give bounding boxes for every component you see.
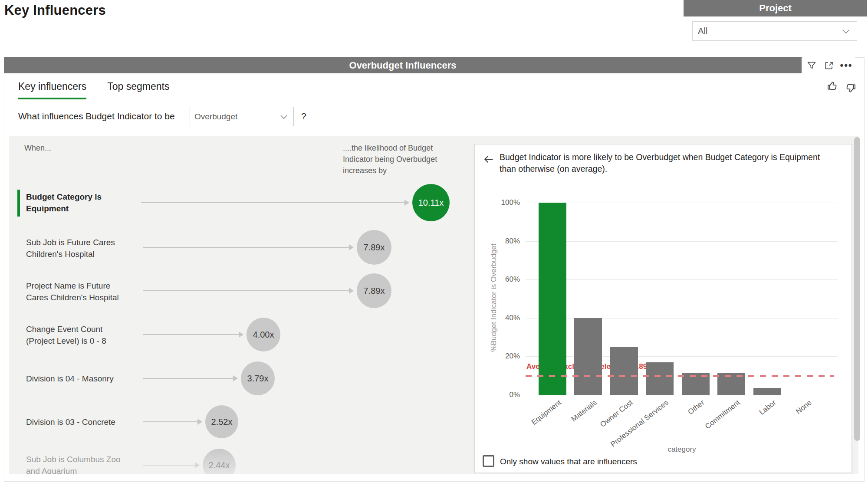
influence-arrow <box>143 247 349 248</box>
tab-key-influencers[interactable]: Key influencers <box>18 81 86 99</box>
influence-arrow <box>143 378 233 379</box>
influence-bubble[interactable]: 10.11x <box>412 184 450 221</box>
influence-arrowhead <box>349 288 354 294</box>
selected-accent-bar <box>17 190 20 217</box>
y-tick-label: 100% <box>490 198 520 207</box>
influencers-only-checkbox[interactable] <box>483 455 494 467</box>
y-axis-title: %Budget Indicator is Overbudget <box>490 202 498 393</box>
influence-arrowhead <box>404 200 409 206</box>
report-page: Key Influencers Project All Overbudget I… <box>0 0 868 486</box>
x-tick-label: None <box>794 398 813 416</box>
target-value: Overbudget <box>194 112 279 122</box>
reference-line <box>526 375 834 377</box>
influencer-label: Sub Job is Columbus Zoo and Aquarium <box>26 453 128 474</box>
influence-arrowhead <box>195 462 200 468</box>
chevron-down-icon <box>840 26 852 37</box>
x-tick-label: Materials <box>570 398 599 424</box>
feedback-buttons <box>826 80 857 94</box>
bar-professional-services[interactable] <box>646 362 674 395</box>
detail-headline: Budget Indicator is more likely to be Ov… <box>500 151 838 175</box>
gridline <box>526 279 838 280</box>
bar-labor[interactable] <box>753 388 781 395</box>
target-value-dropdown[interactable]: Overbudget <box>190 107 294 126</box>
y-tick-label: 40% <box>490 314 520 322</box>
project-slicer-value: All <box>698 26 840 36</box>
influencer-label: Sub Job is Future Cares Children's Hospi… <box>26 236 128 260</box>
visual-title-bar: Overbudget Influencers <box>4 57 802 73</box>
influence-arrowhead <box>239 332 243 338</box>
project-slicer-title: Project <box>759 3 792 14</box>
influence-arrowhead <box>197 419 202 425</box>
project-slicer-dropdown[interactable]: All <box>692 21 857 41</box>
gridline <box>526 318 838 319</box>
when-header: When... <box>24 142 51 154</box>
influence-bubble[interactable]: 3.79x <box>241 361 275 395</box>
influence-arrow <box>143 334 239 335</box>
help-icon[interactable]: ? <box>301 111 306 122</box>
influence-arrow <box>143 421 198 422</box>
x-tick-label: Professional Services <box>609 398 670 449</box>
x-tick-label: Commitment <box>704 398 742 431</box>
y-tick-label: 80% <box>490 237 520 246</box>
influence-arrowhead <box>349 244 354 250</box>
likelihood-header: ....the likelihood of Budget Indicator b… <box>343 142 449 176</box>
bar-equipment[interactable] <box>539 203 566 395</box>
x-tick-label: Other <box>686 398 706 417</box>
vertical-scrollbar-thumb[interactable] <box>854 137 860 441</box>
more-options-icon[interactable]: ••• <box>838 57 855 73</box>
gridline <box>526 356 838 357</box>
filter-icon[interactable] <box>803 57 820 73</box>
thumb-up-icon[interactable] <box>826 80 838 92</box>
y-tick-label: 60% <box>490 275 520 284</box>
question-prefix: What influences Budget Indicator to be <box>18 111 175 122</box>
y-tick-label: 20% <box>490 352 520 361</box>
y-tick-label: 0% <box>490 391 520 399</box>
x-tick-label: Equipment <box>529 398 562 427</box>
visual-header-actions: ••• <box>803 57 855 73</box>
thumb-down-icon[interactable] <box>845 82 857 94</box>
influence-arrowhead <box>233 375 238 381</box>
visual-title: Overbudget Influencers <box>349 60 457 71</box>
influence-arrow <box>143 465 195 466</box>
project-slicer-header: Project <box>684 0 867 16</box>
influence-bubble[interactable]: 4.00x <box>247 318 280 351</box>
gridline <box>526 395 838 395</box>
gridline <box>526 203 838 203</box>
focus-mode-icon[interactable] <box>820 57 838 73</box>
influencer-label: Division is 04 - Masonry <box>26 373 128 384</box>
x-tick-label: Labor <box>757 398 778 417</box>
influence-bubble[interactable]: 7.89x <box>357 273 391 308</box>
influence-bubble[interactable]: 2.52x <box>205 405 238 438</box>
chevron-down-icon <box>279 112 289 122</box>
tab-bar: Key influencers Top segments <box>18 81 169 99</box>
influencer-label: Project Name is Future Cares Children's … <box>26 280 128 303</box>
influencer-label: Budget Category is Equipment <box>26 191 128 214</box>
influencers-only-label[interactable]: Only show values that are influencers <box>500 457 637 466</box>
influence-bubble[interactable]: 7.89x <box>357 230 391 265</box>
page-title: Key Influencers <box>4 3 106 18</box>
influencer-label: Change Event Count (Project Level) is 0 … <box>26 323 128 347</box>
bar-materials[interactable] <box>574 318 602 395</box>
influencer-label: Division is 03 - Concrete <box>26 416 128 428</box>
x-tick-label: Owner Cost <box>598 398 635 429</box>
influence-bubble[interactable]: 2.44x <box>203 449 236 474</box>
influence-arrow <box>143 290 349 291</box>
x-axis-title: category <box>638 445 725 454</box>
influence-arrow <box>141 202 405 203</box>
gridline <box>526 241 838 242</box>
tab-top-segments[interactable]: Top segments <box>107 81 169 99</box>
back-arrow-icon[interactable] <box>483 153 495 165</box>
detail-card: Budget Indicator is more likely to be Ov… <box>474 144 852 473</box>
bar-owner-cost[interactable] <box>610 347 638 395</box>
